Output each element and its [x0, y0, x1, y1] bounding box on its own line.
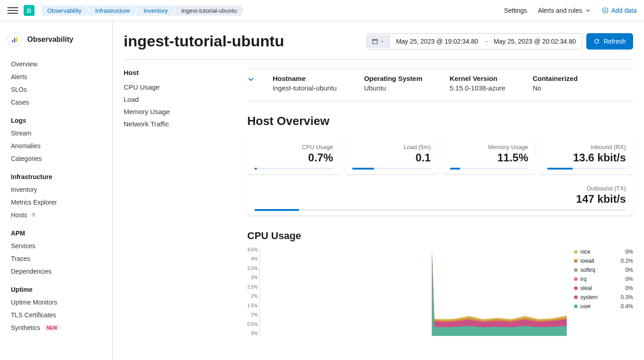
- sidebar-item-services[interactable]: Services: [0, 240, 112, 252]
- time-to: May 25, 2023 @ 20:02:34.80: [494, 38, 576, 45]
- sidebar-item-traces[interactable]: Traces: [0, 252, 112, 265]
- info-column: Kernel Version5.15.0-1038-azure: [449, 75, 505, 92]
- menu-toggle-icon[interactable]: [7, 5, 18, 16]
- anchor-item[interactable]: CPU Usage: [124, 81, 233, 93]
- sidebar-item-uptime-monitors[interactable]: Uptime Monitors: [0, 296, 112, 309]
- info-column: ContainerizedNo: [533, 75, 578, 92]
- nav-heading: APM: [0, 225, 112, 240]
- calendar-button[interactable]: [367, 35, 389, 48]
- page-title: ingest-tutorial-ubuntu: [124, 32, 284, 50]
- sidebar-item-metrics-explorer[interactable]: Metrics Explorer: [0, 196, 112, 209]
- legend-dot: [574, 268, 578, 272]
- nav-heading: Logs: [0, 112, 112, 127]
- kpi-card: CPU Usage0.7%: [247, 137, 340, 174]
- sidebar-item-alerts[interactable]: Alerts: [0, 70, 112, 83]
- host-info-row: Hostnameingest-tutorial-ubuntuOperating …: [247, 69, 633, 101]
- legend-item[interactable]: steal0%: [574, 284, 633, 293]
- anchor-item[interactable]: Load: [124, 93, 233, 105]
- chevron-down-icon: [380, 38, 384, 45]
- sidebar-item-categories[interactable]: Categories: [0, 152, 112, 165]
- kpi-card: Inbound (RX)13.6 kbit/s: [540, 137, 633, 174]
- y-axis: 4.5%4%3.5%3%2.5%2%1.5%1%0.5%0%: [247, 247, 260, 336]
- app-title: Observability: [0, 29, 112, 56]
- arrow-right-icon: →: [483, 38, 489, 45]
- kpi-grid: CPU Usage0.7%Load (5m)0.1Memory Usage11.…: [247, 137, 633, 215]
- sidebar-item-tls-certificates[interactable]: TLS Certificates: [0, 309, 112, 321]
- refresh-icon: [594, 38, 600, 45]
- time-from: May 25, 2023 @ 19:02:34.80: [396, 38, 478, 45]
- top-header: D ObservabilityInfrastructureInventoryin…: [0, 0, 644, 21]
- sidebar-item-anomalies[interactable]: Anomalies: [0, 140, 112, 152]
- anchor-item[interactable]: Network Traffic: [124, 118, 233, 130]
- calendar-icon: [372, 38, 378, 45]
- beaker-icon: ⚗: [31, 212, 35, 218]
- sidebar-item-cases[interactable]: Cases: [0, 96, 112, 109]
- breadcrumb-item: ingest-tutorial-ubuntu: [172, 5, 244, 16]
- chart-title: CPU Usage: [247, 230, 633, 242]
- chart-plot: [260, 247, 567, 336]
- section-title-overview: Host Overview: [247, 114, 633, 128]
- chevron-down-icon: [247, 75, 255, 83]
- new-badge: NEW: [44, 325, 60, 331]
- anchor-heading: Host: [124, 69, 233, 76]
- add-data-link[interactable]: Add data: [602, 7, 637, 14]
- cpu-chart: 4.5%4%3.5%3%2.5%2%1.5%1%0.5%0%: [247, 247, 567, 336]
- legend-item[interactable]: user0.4%: [574, 302, 633, 311]
- nav-heading: Uptime: [0, 281, 112, 296]
- legend-dot: [574, 277, 578, 281]
- sidebar-item-overview[interactable]: Overview: [0, 58, 112, 70]
- observability-icon: [7, 32, 22, 47]
- legend-dot: [574, 286, 578, 290]
- chart-legend: nice0%iowait0.2%softirq0%irq0%steal0%sys…: [574, 247, 633, 336]
- svg-rect-2: [14, 38, 15, 42]
- svg-rect-4: [373, 39, 378, 44]
- kpi-card: Outbound (TX)147 kbit/s: [247, 179, 633, 215]
- add-data-icon: [602, 7, 609, 14]
- sidebar-item-dependencies[interactable]: Dependencies: [0, 265, 112, 278]
- settings-link[interactable]: Settings: [504, 7, 527, 14]
- legend-dot: [574, 259, 578, 263]
- legend-item[interactable]: iowait0.2%: [574, 256, 633, 265]
- deployment-badge[interactable]: D: [24, 5, 35, 16]
- info-column: Hostnameingest-tutorial-ubuntu: [273, 75, 337, 92]
- nav-heading: Infrastructure: [0, 169, 112, 183]
- sidebar-item-slos[interactable]: SLOs: [0, 83, 112, 96]
- breadcrumb-item[interactable]: Observability: [42, 5, 89, 16]
- breadcrumb: ObservabilityInfrastructureInventoryinge…: [42, 5, 244, 16]
- legend-item[interactable]: irq0%: [574, 275, 633, 284]
- alerts-rules-link[interactable]: Alerts and rules: [538, 7, 591, 14]
- sidebar-item-stream[interactable]: Stream: [0, 127, 112, 140]
- info-column: Operating SystemUbuntu: [364, 75, 422, 92]
- sidebar-item-inventory[interactable]: Inventory: [0, 183, 112, 196]
- time-range-picker[interactable]: May 25, 2023 @ 19:02:34.80 → May 25, 202…: [367, 33, 583, 50]
- legend-dot: [574, 305, 578, 308]
- sidebar: Observability OverviewAlertsSLOsCasesLog…: [0, 21, 113, 360]
- sidebar-item-hosts[interactable]: Hosts⚗: [0, 209, 112, 221]
- breadcrumb-item[interactable]: Inventory: [135, 5, 175, 16]
- legend-dot: [574, 250, 578, 254]
- legend-dot: [574, 295, 578, 299]
- svg-rect-1: [12, 40, 13, 42]
- sidebar-item-synthetics[interactable]: SyntheticsNEW: [0, 321, 112, 334]
- kpi-card: Memory Usage11.5%: [443, 137, 536, 174]
- svg-rect-3: [16, 37, 17, 42]
- breadcrumb-item[interactable]: Infrastructure: [86, 5, 137, 16]
- main-content: ingest-tutorial-ubuntu May 25, 2023 @ 19…: [113, 21, 644, 360]
- legend-item[interactable]: nice0%: [574, 247, 633, 256]
- legend-item[interactable]: system0.3%: [574, 293, 633, 302]
- kpi-card: Load (5m)0.1: [345, 137, 438, 174]
- anchor-nav: Host CPU UsageLoadMemory UsageNetwork Tr…: [124, 69, 233, 336]
- refresh-button[interactable]: Refresh: [586, 33, 633, 50]
- chevron-down-icon: [585, 7, 591, 14]
- anchor-item[interactable]: Memory Usage: [124, 105, 233, 118]
- collapse-toggle[interactable]: [247, 75, 255, 92]
- legend-item[interactable]: softirq0%: [574, 265, 633, 275]
